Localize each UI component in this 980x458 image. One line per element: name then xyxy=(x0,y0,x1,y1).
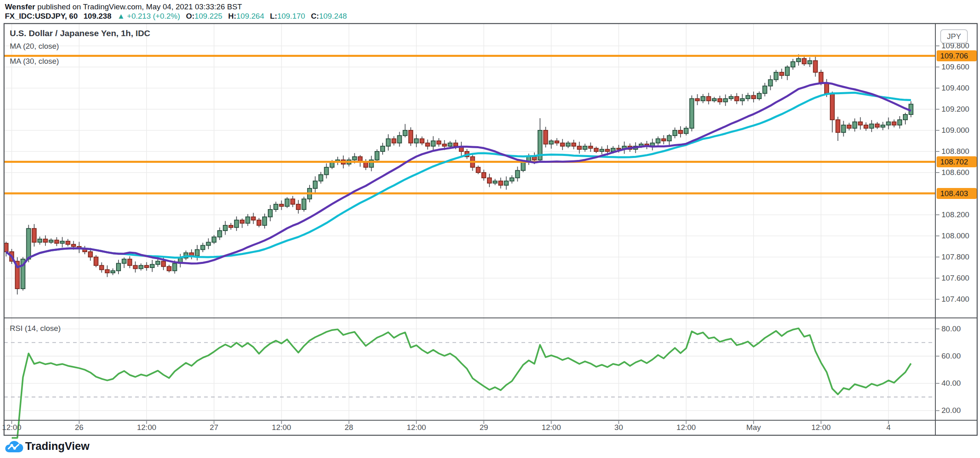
rsi-legend[interactable]: RSI (14, close) xyxy=(10,324,61,333)
price-tick-label: 108.000 xyxy=(941,231,978,240)
ma30-legend[interactable]: MA (30, close) xyxy=(10,57,59,66)
price-tick-label: 108.600 xyxy=(941,168,978,177)
time-tick-label: 12:00 xyxy=(535,423,567,432)
price-tick-label: 109.600 xyxy=(941,63,978,71)
tradingview-logo-icon[interactable] xyxy=(5,439,24,455)
time-tick-label: 12:00 xyxy=(805,423,837,432)
rsi-tick-label: 40.00 xyxy=(941,379,978,388)
rsi-tick-label: 60.00 xyxy=(941,352,978,361)
tradingview-brand-text[interactable]: TradingView xyxy=(25,440,90,453)
published-chart-page: Wensfer published on TradingView.com, Ma… xyxy=(0,0,980,458)
time-tick-label: 26 xyxy=(63,423,95,432)
price-tick-label: 107.400 xyxy=(941,295,978,304)
price-tick-label: 109.000 xyxy=(941,126,978,135)
price-tick-label: 107.800 xyxy=(941,253,978,261)
time-tick-label: 12:00 xyxy=(400,423,433,432)
price-tick-label: 108.800 xyxy=(941,147,978,156)
price-line-badge: 108.403 xyxy=(937,188,977,199)
time-tick-label: 29 xyxy=(467,423,500,432)
rsi-tick-label: 80.00 xyxy=(941,324,978,333)
time-tick-label: 12:00 xyxy=(0,423,28,432)
time-tick-label: 27 xyxy=(198,423,230,432)
price-tick-label: 108.200 xyxy=(941,210,978,219)
currency-badge: JPY xyxy=(940,29,968,43)
time-tick-label: 30 xyxy=(603,423,635,432)
ma20-legend[interactable]: MA (20, close) xyxy=(10,42,59,51)
price-tick-label: 109.200 xyxy=(941,105,978,114)
price-tick-label: 109.400 xyxy=(941,84,978,93)
price-tick-label: 107.600 xyxy=(941,274,978,283)
rsi-tick-label: 20.00 xyxy=(941,406,978,415)
price-line-badge: 108.702 xyxy=(937,156,977,167)
chart-canvas[interactable] xyxy=(0,0,980,458)
time-tick-label: 12:00 xyxy=(130,423,163,432)
time-tick-label: 12:00 xyxy=(670,423,702,432)
time-tick-label: 12:00 xyxy=(265,423,298,432)
price-line-badge: 109.706 xyxy=(937,50,977,61)
chart-title: U.S. Dollar / Japanese Yen, 1h, IDC xyxy=(10,28,150,38)
time-tick-label: May xyxy=(737,423,770,432)
time-tick-label: 4 xyxy=(872,423,905,432)
time-tick-label: 28 xyxy=(333,423,365,432)
